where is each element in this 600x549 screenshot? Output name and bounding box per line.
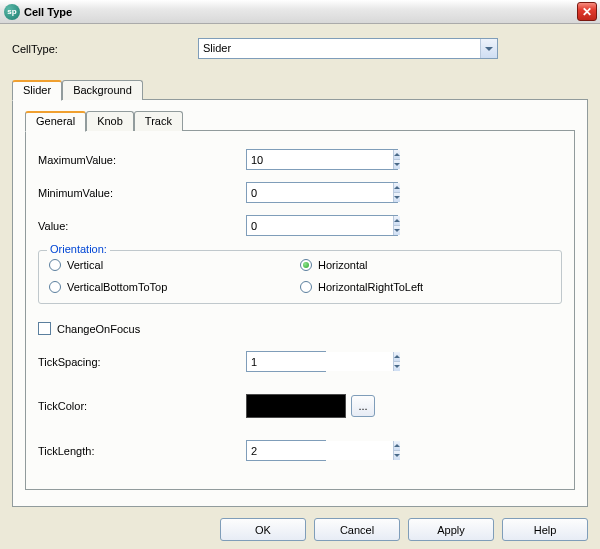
radio-icon <box>49 281 61 293</box>
spin-down[interactable] <box>394 193 400 202</box>
spin-down[interactable] <box>394 226 400 235</box>
spin-up[interactable] <box>394 216 400 226</box>
tab-general[interactable]: General <box>25 111 86 132</box>
chevron-down-icon <box>485 47 493 51</box>
window-title: Cell Type <box>24 6 72 18</box>
maximum-value-input[interactable] <box>247 150 393 169</box>
spin-buttons[interactable] <box>393 441 400 460</box>
tick-color-browse-button[interactable]: ... <box>351 395 375 417</box>
radio-label: HorizontalRightToLeft <box>318 281 423 293</box>
change-on-focus-checkbox[interactable] <box>38 322 51 335</box>
close-icon: ✕ <box>582 5 592 19</box>
celltype-dropdown[interactable]: Slider <box>198 38 498 59</box>
maximum-value-label: MaximumValue: <box>38 154 246 166</box>
radio-icon <box>300 259 312 271</box>
tick-length-spinner[interactable] <box>246 440 326 461</box>
arrow-down-icon <box>394 196 400 199</box>
arrow-up-icon <box>394 186 400 189</box>
spin-buttons[interactable] <box>393 352 400 371</box>
tab-slider[interactable]: Slider <box>12 80 62 101</box>
arrow-up-icon <box>394 153 400 156</box>
radio-vertical-btt[interactable]: VerticalBottomToTop <box>49 281 300 293</box>
spin-down[interactable] <box>394 362 400 371</box>
minimum-value-label: MinimumValue: <box>38 187 246 199</box>
outer-tabs: Slider Background General Knob Track Max… <box>12 79 588 507</box>
spin-up[interactable] <box>394 441 400 451</box>
radio-horizontal-rtl[interactable]: HorizontalRightToLeft <box>300 281 551 293</box>
spin-buttons[interactable] <box>393 183 400 202</box>
app-icon: sp <box>4 4 20 20</box>
radio-icon <box>300 281 312 293</box>
arrow-down-icon <box>394 163 400 166</box>
spin-buttons[interactable] <box>393 150 400 169</box>
celltype-value: Slider <box>199 39 480 58</box>
radio-icon <box>49 259 61 271</box>
minimum-value-input[interactable] <box>247 183 393 202</box>
orientation-legend: Orientation: <box>47 243 110 255</box>
radio-label: Horizontal <box>318 259 368 271</box>
tick-length-label: TickLength: <box>38 445 246 457</box>
spin-buttons[interactable] <box>393 216 400 235</box>
minimum-value-spinner[interactable] <box>246 182 398 203</box>
value-input[interactable] <box>247 216 393 235</box>
maximum-value-spinner[interactable] <box>246 149 398 170</box>
value-label: Value: <box>38 220 246 232</box>
dropdown-button[interactable] <box>480 39 497 58</box>
arrow-down-icon <box>394 454 400 457</box>
help-button[interactable]: Help <box>502 518 588 541</box>
spin-up[interactable] <box>394 183 400 193</box>
change-on-focus-label: ChangeOnFocus <box>57 323 140 335</box>
spin-down[interactable] <box>394 160 400 169</box>
close-button[interactable]: ✕ <box>577 2 597 21</box>
tick-spacing-input[interactable] <box>247 352 393 371</box>
arrow-up-icon <box>394 219 400 222</box>
title-bar: sp Cell Type ✕ <box>0 0 600 24</box>
dialog-buttons: OK Cancel Apply Help <box>220 518 588 541</box>
tick-length-input[interactable] <box>247 441 393 460</box>
radio-horizontal[interactable]: Horizontal <box>300 259 551 271</box>
arrow-down-icon <box>394 229 400 232</box>
tick-spacing-spinner[interactable] <box>246 351 326 372</box>
spin-up[interactable] <box>394 150 400 160</box>
inner-tabs: General Knob Track MaximumValue: <box>25 110 575 490</box>
value-spinner[interactable] <box>246 215 398 236</box>
arrow-down-icon <box>394 365 400 368</box>
spin-down[interactable] <box>394 451 400 460</box>
ellipsis-icon: ... <box>358 400 367 412</box>
tick-color-well[interactable] <box>246 394 346 418</box>
arrow-up-icon <box>394 444 400 447</box>
apply-button[interactable]: Apply <box>408 518 494 541</box>
tab-knob[interactable]: Knob <box>86 111 134 131</box>
cancel-button[interactable]: Cancel <box>314 518 400 541</box>
radio-label: Vertical <box>67 259 103 271</box>
tick-color-label: TickColor: <box>38 400 246 412</box>
arrow-up-icon <box>394 355 400 358</box>
ok-button[interactable]: OK <box>220 518 306 541</box>
tick-spacing-label: TickSpacing: <box>38 356 246 368</box>
orientation-group: Orientation: Vertical Vertica <box>38 250 562 304</box>
tab-background[interactable]: Background <box>62 80 143 100</box>
tab-track[interactable]: Track <box>134 111 183 131</box>
radio-vertical[interactable]: Vertical <box>49 259 300 271</box>
celltype-label: CellType: <box>12 43 198 55</box>
spin-up[interactable] <box>394 352 400 362</box>
radio-label: VerticalBottomToTop <box>67 281 167 293</box>
